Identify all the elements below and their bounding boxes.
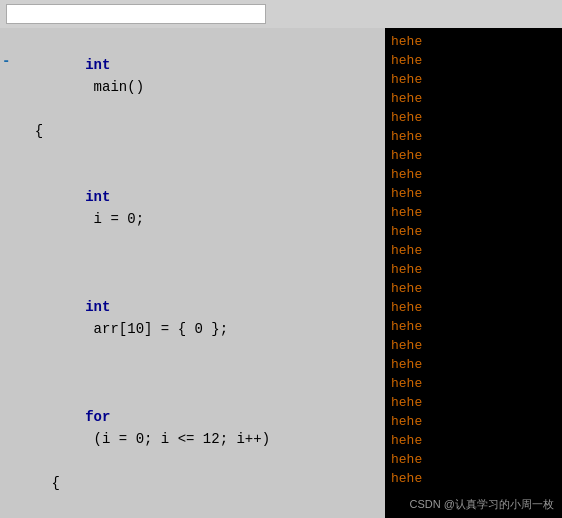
- output-line: hehe: [391, 127, 556, 146]
- code-text: i = 0;: [85, 211, 144, 227]
- dash-marker: -: [2, 50, 10, 72]
- output-line: hehe: [391, 51, 556, 70]
- line-content: {: [18, 120, 385, 142]
- code-line: int arr[10] = { 0 };: [0, 252, 385, 362]
- output-line: hehe: [391, 336, 556, 355]
- output-line: hehe: [391, 450, 556, 469]
- output-line: hehe: [391, 241, 556, 260]
- line-content: {: [18, 472, 385, 494]
- top-bar: [0, 0, 562, 28]
- line-content: for (i = 0; i <= 12; i++): [18, 362, 385, 472]
- output-line: hehe: [391, 32, 556, 51]
- line-content: int i = 0;: [18, 142, 385, 252]
- output-line: hehe: [391, 374, 556, 393]
- output-line: hehe: [391, 165, 556, 184]
- output-line: hehe: [391, 89, 556, 108]
- output-line: hehe: [391, 222, 556, 241]
- output-line: hehe: [391, 317, 556, 336]
- output-line: hehe: [391, 298, 556, 317]
- main-content: - int main() { int i = 0; int: [0, 28, 562, 518]
- code-text: (i = 0; i <= 12; i++): [85, 431, 270, 447]
- keyword-int: int: [85, 57, 110, 73]
- output-line: hehe: [391, 260, 556, 279]
- code-line: {: [0, 472, 385, 494]
- code-indent: [85, 167, 119, 183]
- output-line: hehe: [391, 203, 556, 222]
- line-content: int arr[10] = { 0 };: [18, 252, 385, 362]
- code-line: {: [0, 120, 385, 142]
- output-line: hehe: [391, 279, 556, 298]
- keyword-for: for: [85, 409, 110, 425]
- code-line: arr[i] = 0;: [0, 494, 385, 518]
- output-line: hehe: [391, 108, 556, 127]
- line-content: int main(): [18, 32, 385, 120]
- code-panel: - int main() { int i = 0; int: [0, 28, 385, 518]
- output-line: hehe: [391, 393, 556, 412]
- search-box[interactable]: [6, 4, 266, 24]
- output-line: hehe: [391, 70, 556, 89]
- output-panel: hehe hehe hehe hehe hehe hehe hehe hehe …: [385, 28, 562, 518]
- code-text: main(): [85, 79, 144, 95]
- code-line: for (i = 0; i <= 12; i++): [0, 362, 385, 472]
- keyword-int2: int: [85, 189, 110, 205]
- output-line: hehe: [391, 146, 556, 165]
- watermark: CSDN @认真学习的小周一枚: [410, 497, 554, 512]
- output-line: hehe: [391, 469, 556, 488]
- code-line: int i = 0;: [0, 142, 385, 252]
- code-indent: [85, 387, 119, 403]
- output-line: hehe: [391, 412, 556, 431]
- line-content: arr[i] = 0;: [18, 494, 385, 518]
- output-line: hehe: [391, 184, 556, 203]
- output-line: hehe: [391, 431, 556, 450]
- output-line: hehe: [391, 355, 556, 374]
- keyword-int3: int: [85, 299, 110, 315]
- code-line: int main(): [0, 32, 385, 120]
- code-text: arr[10] = { 0 };: [85, 321, 228, 337]
- code-indent: [85, 277, 119, 293]
